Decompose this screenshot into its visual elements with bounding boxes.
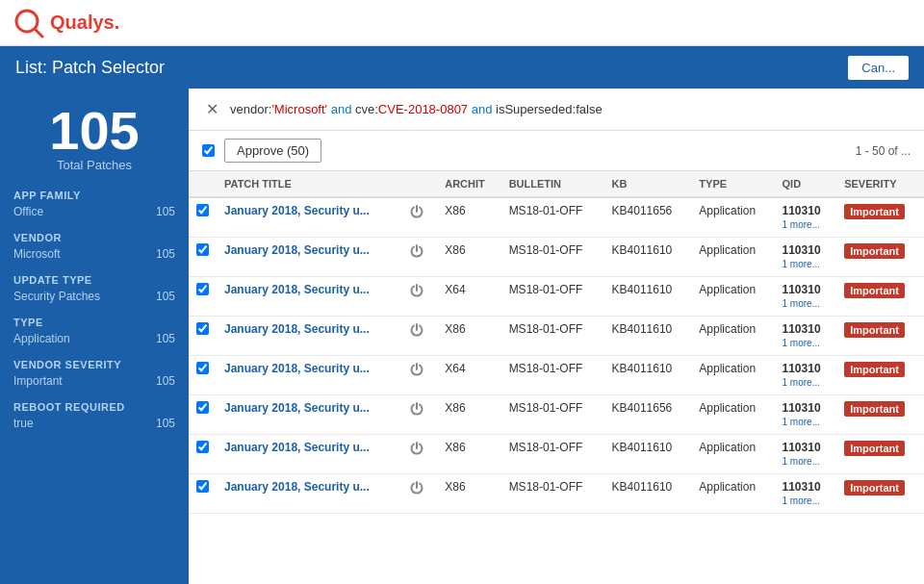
row-more-link[interactable]: 1 more... xyxy=(783,456,820,467)
row-qid: 110310 xyxy=(783,322,821,336)
row-checkbox[interactable] xyxy=(196,283,209,295)
query-vendor-key: vendor: xyxy=(230,102,271,116)
power-icon xyxy=(409,401,424,417)
filter-count-security-patches: 105 xyxy=(156,290,175,303)
row-qid: 110310 xyxy=(783,480,821,494)
row-severity-badge: Important xyxy=(844,243,905,259)
filter-title-type: TYPE xyxy=(13,317,175,328)
table-row: January 2018, Security u... X86 MS18-01-… xyxy=(189,395,924,435)
row-title-cell: January 2018, Security u... xyxy=(217,356,401,395)
row-qid-cell: 110310 1 more... xyxy=(775,395,837,435)
row-qid-cell: 110310 1 more... xyxy=(775,317,837,356)
filter-row-microsoft[interactable]: Microsoft 105 xyxy=(13,247,175,261)
row-severity-badge: Important xyxy=(844,401,905,417)
filter-row-important[interactable]: Important 105 xyxy=(13,374,175,388)
top-header: Qualys. xyxy=(0,0,924,46)
row-severity-cell: Important xyxy=(836,395,924,435)
row-qid: 110310 xyxy=(783,243,821,257)
row-kb: KB4011610 xyxy=(604,474,692,514)
row-more-link[interactable]: 1 more... xyxy=(783,259,820,269)
filter-row-security-patches[interactable]: Security Patches 105 xyxy=(13,290,175,303)
row-severity-badge: Important xyxy=(844,322,905,338)
row-title: January 2018, Security u... xyxy=(224,243,370,257)
row-more-link[interactable]: 1 more... xyxy=(783,417,820,427)
row-checkbox[interactable] xyxy=(196,243,209,256)
power-icon xyxy=(409,480,424,495)
filter-close-button[interactable]: ✕ xyxy=(202,98,222,120)
row-severity-cell: Important xyxy=(836,474,924,514)
query-superseded-val: false xyxy=(576,102,602,116)
cancel-button[interactable]: Can... xyxy=(848,56,909,80)
row-arch: X86 xyxy=(437,238,500,277)
row-checkbox[interactable] xyxy=(196,362,209,374)
query-cve-val: CVE-2018-0807 xyxy=(378,102,468,116)
row-type: Application xyxy=(691,238,774,277)
row-title: January 2018, Security u... xyxy=(224,441,370,454)
row-checkbox-cell[interactable] xyxy=(189,238,217,277)
approve-button[interactable]: Approve (50) xyxy=(224,139,321,163)
filter-label-reboot-true: true xyxy=(13,417,34,430)
row-more-link[interactable]: 1 more... xyxy=(783,377,820,388)
total-patch-count: 105 xyxy=(13,104,175,158)
row-severity-badge: Important xyxy=(844,283,905,298)
row-more-link[interactable]: 1 more... xyxy=(783,495,820,506)
logo-text: Qualys. xyxy=(50,12,119,34)
row-reboot-cell xyxy=(401,356,437,395)
row-title: January 2018, Security u... xyxy=(224,283,370,296)
row-checkbox-cell[interactable] xyxy=(189,474,217,514)
row-reboot-cell xyxy=(401,317,437,356)
query-cve-key: cve: xyxy=(355,102,378,116)
row-qid-cell: 110310 1 more... xyxy=(775,356,837,395)
row-checkbox-cell[interactable] xyxy=(189,395,217,435)
filter-count-important: 105 xyxy=(156,374,175,388)
row-checkbox[interactable] xyxy=(196,204,209,216)
row-reboot-cell xyxy=(401,238,437,277)
filter-title-vendor-severity: VENDOR SEVERITY xyxy=(13,359,175,370)
row-checkbox-cell[interactable] xyxy=(189,356,217,395)
row-title: January 2018, Security u... xyxy=(224,480,370,494)
col-type: TYPE xyxy=(691,171,774,197)
row-kb: KB4011656 xyxy=(604,197,692,238)
row-bulletin: MS18-01-OFF xyxy=(501,317,604,356)
row-title-cell: January 2018, Security u... xyxy=(217,435,401,474)
select-all-checkbox[interactable] xyxy=(202,144,215,157)
row-bulletin: MS18-01-OFF xyxy=(501,238,604,277)
filter-row-reboot-true[interactable]: true 105 xyxy=(13,417,175,430)
row-checkbox-cell[interactable] xyxy=(189,277,217,317)
row-checkbox[interactable] xyxy=(196,441,209,453)
row-reboot-cell xyxy=(401,435,437,474)
row-type: Application xyxy=(691,356,774,395)
filter-title-reboot: REBOOT REQUIRED xyxy=(13,401,175,413)
row-checkbox-cell[interactable] xyxy=(189,197,217,238)
logo-area: Qualys. xyxy=(13,8,119,38)
row-checkbox[interactable] xyxy=(196,480,209,493)
row-checkbox-cell[interactable] xyxy=(189,435,217,474)
row-arch: X86 xyxy=(437,395,500,435)
filter-count-office: 105 xyxy=(156,205,175,218)
filter-section-update-type: UPDATE TYPE Security Patches 105 xyxy=(13,274,175,303)
power-icon xyxy=(409,362,424,377)
row-more-link[interactable]: 1 more... xyxy=(783,219,820,230)
col-reboot xyxy=(401,171,437,197)
table-row: January 2018, Security u... X86 MS18-01-… xyxy=(189,238,924,277)
row-more-link[interactable]: 1 more... xyxy=(783,338,820,348)
row-qid: 110310 xyxy=(783,204,821,217)
power-icon xyxy=(409,322,424,338)
row-kb: KB4011610 xyxy=(604,277,692,317)
filter-row-application[interactable]: Application 105 xyxy=(13,332,175,345)
row-kb: KB4011610 xyxy=(604,317,692,356)
col-patch-title: PATCH TITLE xyxy=(217,171,401,197)
row-checkbox-cell[interactable] xyxy=(189,317,217,356)
row-kb: KB4011610 xyxy=(604,238,692,277)
filter-section-vendor: VENDOR Microsoft 105 xyxy=(13,232,175,261)
col-bulletin: BULLETIN xyxy=(501,171,604,197)
row-severity-cell: Important xyxy=(836,238,924,277)
row-checkbox[interactable] xyxy=(196,322,209,335)
filter-label-microsoft: Microsoft xyxy=(13,247,61,261)
filter-row-office[interactable]: Office 105 xyxy=(13,205,175,218)
row-kb: KB4011656 xyxy=(604,395,692,435)
sidebar: 105 Total Patches APP FAMILY Office 105 … xyxy=(0,89,189,584)
row-arch: X86 xyxy=(437,435,500,474)
row-checkbox[interactable] xyxy=(196,401,209,414)
row-more-link[interactable]: 1 more... xyxy=(783,298,820,309)
